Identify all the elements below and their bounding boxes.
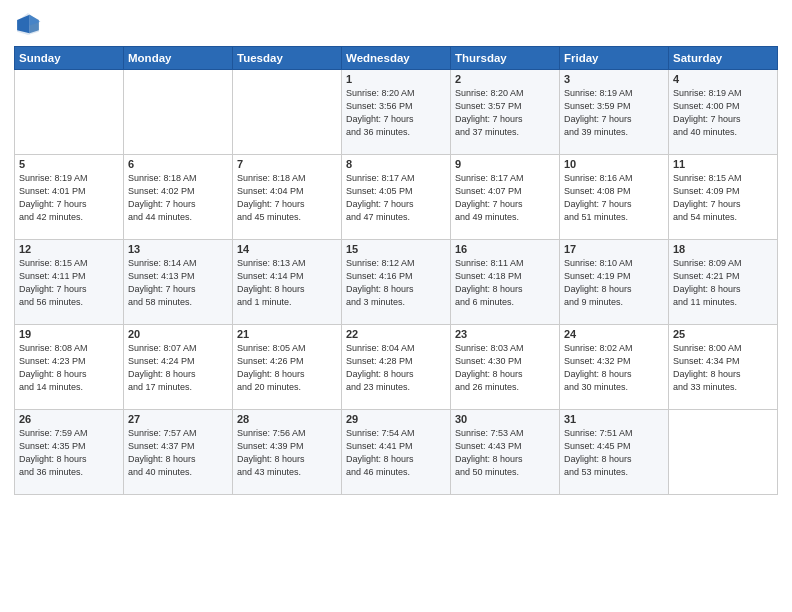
day-number: 5: [19, 158, 119, 170]
day-info: Sunrise: 8:05 AM Sunset: 4:26 PM Dayligh…: [237, 342, 337, 394]
day-number: 6: [128, 158, 228, 170]
day-number: 17: [564, 243, 664, 255]
weekday-header-friday: Friday: [560, 47, 669, 70]
day-number: 31: [564, 413, 664, 425]
day-number: 3: [564, 73, 664, 85]
calendar-cell: 16Sunrise: 8:11 AM Sunset: 4:18 PM Dayli…: [451, 240, 560, 325]
day-info: Sunrise: 8:13 AM Sunset: 4:14 PM Dayligh…: [237, 257, 337, 309]
calendar-cell: 29Sunrise: 7:54 AM Sunset: 4:41 PM Dayli…: [342, 410, 451, 495]
day-number: 18: [673, 243, 773, 255]
day-info: Sunrise: 8:07 AM Sunset: 4:24 PM Dayligh…: [128, 342, 228, 394]
calendar-cell: 12Sunrise: 8:15 AM Sunset: 4:11 PM Dayli…: [15, 240, 124, 325]
day-number: 8: [346, 158, 446, 170]
calendar-cell: 28Sunrise: 7:56 AM Sunset: 4:39 PM Dayli…: [233, 410, 342, 495]
weekday-header-wednesday: Wednesday: [342, 47, 451, 70]
calendar-cell: 18Sunrise: 8:09 AM Sunset: 4:21 PM Dayli…: [669, 240, 778, 325]
calendar-cell: 31Sunrise: 7:51 AM Sunset: 4:45 PM Dayli…: [560, 410, 669, 495]
day-number: 28: [237, 413, 337, 425]
svg-marker-2: [17, 15, 29, 34]
calendar-cell: 9Sunrise: 8:17 AM Sunset: 4:07 PM Daylig…: [451, 155, 560, 240]
day-number: 11: [673, 158, 773, 170]
day-info: Sunrise: 8:08 AM Sunset: 4:23 PM Dayligh…: [19, 342, 119, 394]
day-info: Sunrise: 8:04 AM Sunset: 4:28 PM Dayligh…: [346, 342, 446, 394]
calendar-cell: 5Sunrise: 8:19 AM Sunset: 4:01 PM Daylig…: [15, 155, 124, 240]
logo-icon: [14, 10, 42, 38]
weekday-header-saturday: Saturday: [669, 47, 778, 70]
day-info: Sunrise: 8:11 AM Sunset: 4:18 PM Dayligh…: [455, 257, 555, 309]
day-number: 12: [19, 243, 119, 255]
day-number: 7: [237, 158, 337, 170]
day-info: Sunrise: 8:12 AM Sunset: 4:16 PM Dayligh…: [346, 257, 446, 309]
calendar-cell: 15Sunrise: 8:12 AM Sunset: 4:16 PM Dayli…: [342, 240, 451, 325]
day-info: Sunrise: 8:00 AM Sunset: 4:34 PM Dayligh…: [673, 342, 773, 394]
day-info: Sunrise: 8:19 AM Sunset: 4:00 PM Dayligh…: [673, 87, 773, 139]
day-info: Sunrise: 7:56 AM Sunset: 4:39 PM Dayligh…: [237, 427, 337, 479]
day-number: 2: [455, 73, 555, 85]
day-info: Sunrise: 7:51 AM Sunset: 4:45 PM Dayligh…: [564, 427, 664, 479]
calendar-cell: [15, 70, 124, 155]
day-number: 30: [455, 413, 555, 425]
day-number: 20: [128, 328, 228, 340]
calendar-table: SundayMondayTuesdayWednesdayThursdayFrid…: [14, 46, 778, 495]
weekday-header-sunday: Sunday: [15, 47, 124, 70]
day-info: Sunrise: 8:19 AM Sunset: 4:01 PM Dayligh…: [19, 172, 119, 224]
day-number: 26: [19, 413, 119, 425]
day-info: Sunrise: 8:10 AM Sunset: 4:19 PM Dayligh…: [564, 257, 664, 309]
day-info: Sunrise: 8:19 AM Sunset: 3:59 PM Dayligh…: [564, 87, 664, 139]
calendar-week-2: 5Sunrise: 8:19 AM Sunset: 4:01 PM Daylig…: [15, 155, 778, 240]
calendar-cell: 8Sunrise: 8:17 AM Sunset: 4:05 PM Daylig…: [342, 155, 451, 240]
day-info: Sunrise: 8:17 AM Sunset: 4:05 PM Dayligh…: [346, 172, 446, 224]
calendar-week-4: 19Sunrise: 8:08 AM Sunset: 4:23 PM Dayli…: [15, 325, 778, 410]
calendar-header: SundayMondayTuesdayWednesdayThursdayFrid…: [15, 47, 778, 70]
calendar-page: SundayMondayTuesdayWednesdayThursdayFrid…: [0, 0, 792, 612]
calendar-cell: 11Sunrise: 8:15 AM Sunset: 4:09 PM Dayli…: [669, 155, 778, 240]
day-number: 22: [346, 328, 446, 340]
header: [14, 10, 778, 38]
weekday-header-monday: Monday: [124, 47, 233, 70]
day-info: Sunrise: 8:16 AM Sunset: 4:08 PM Dayligh…: [564, 172, 664, 224]
calendar-cell: 25Sunrise: 8:00 AM Sunset: 4:34 PM Dayli…: [669, 325, 778, 410]
logo: [14, 10, 46, 38]
day-info: Sunrise: 7:59 AM Sunset: 4:35 PM Dayligh…: [19, 427, 119, 479]
calendar-week-1: 1Sunrise: 8:20 AM Sunset: 3:56 PM Daylig…: [15, 70, 778, 155]
calendar-cell: 24Sunrise: 8:02 AM Sunset: 4:32 PM Dayli…: [560, 325, 669, 410]
day-number: 1: [346, 73, 446, 85]
calendar-cell: 7Sunrise: 8:18 AM Sunset: 4:04 PM Daylig…: [233, 155, 342, 240]
day-number: 21: [237, 328, 337, 340]
day-info: Sunrise: 8:15 AM Sunset: 4:11 PM Dayligh…: [19, 257, 119, 309]
calendar-cell: 3Sunrise: 8:19 AM Sunset: 3:59 PM Daylig…: [560, 70, 669, 155]
day-number: 24: [564, 328, 664, 340]
day-number: 23: [455, 328, 555, 340]
day-info: Sunrise: 8:14 AM Sunset: 4:13 PM Dayligh…: [128, 257, 228, 309]
calendar-cell: 23Sunrise: 8:03 AM Sunset: 4:30 PM Dayli…: [451, 325, 560, 410]
day-number: 25: [673, 328, 773, 340]
day-number: 13: [128, 243, 228, 255]
calendar-cell: 14Sunrise: 8:13 AM Sunset: 4:14 PM Dayli…: [233, 240, 342, 325]
day-info: Sunrise: 8:02 AM Sunset: 4:32 PM Dayligh…: [564, 342, 664, 394]
calendar-cell: 30Sunrise: 7:53 AM Sunset: 4:43 PM Dayli…: [451, 410, 560, 495]
calendar-cell: 21Sunrise: 8:05 AM Sunset: 4:26 PM Dayli…: [233, 325, 342, 410]
calendar-cell: 17Sunrise: 8:10 AM Sunset: 4:19 PM Dayli…: [560, 240, 669, 325]
calendar-cell: [669, 410, 778, 495]
day-info: Sunrise: 8:18 AM Sunset: 4:02 PM Dayligh…: [128, 172, 228, 224]
calendar-cell: [233, 70, 342, 155]
day-number: 9: [455, 158, 555, 170]
day-info: Sunrise: 8:18 AM Sunset: 4:04 PM Dayligh…: [237, 172, 337, 224]
calendar-cell: 10Sunrise: 8:16 AM Sunset: 4:08 PM Dayli…: [560, 155, 669, 240]
day-info: Sunrise: 8:03 AM Sunset: 4:30 PM Dayligh…: [455, 342, 555, 394]
calendar-cell: 6Sunrise: 8:18 AM Sunset: 4:02 PM Daylig…: [124, 155, 233, 240]
day-number: 27: [128, 413, 228, 425]
calendar-cell: 27Sunrise: 7:57 AM Sunset: 4:37 PM Dayli…: [124, 410, 233, 495]
day-number: 4: [673, 73, 773, 85]
calendar-week-5: 26Sunrise: 7:59 AM Sunset: 4:35 PM Dayli…: [15, 410, 778, 495]
calendar-cell: 2Sunrise: 8:20 AM Sunset: 3:57 PM Daylig…: [451, 70, 560, 155]
day-info: Sunrise: 7:57 AM Sunset: 4:37 PM Dayligh…: [128, 427, 228, 479]
day-info: Sunrise: 7:53 AM Sunset: 4:43 PM Dayligh…: [455, 427, 555, 479]
day-number: 29: [346, 413, 446, 425]
day-number: 10: [564, 158, 664, 170]
weekday-header-thursday: Thursday: [451, 47, 560, 70]
day-info: Sunrise: 7:54 AM Sunset: 4:41 PM Dayligh…: [346, 427, 446, 479]
calendar-cell: 13Sunrise: 8:14 AM Sunset: 4:13 PM Dayli…: [124, 240, 233, 325]
day-info: Sunrise: 8:17 AM Sunset: 4:07 PM Dayligh…: [455, 172, 555, 224]
calendar-cell: 20Sunrise: 8:07 AM Sunset: 4:24 PM Dayli…: [124, 325, 233, 410]
